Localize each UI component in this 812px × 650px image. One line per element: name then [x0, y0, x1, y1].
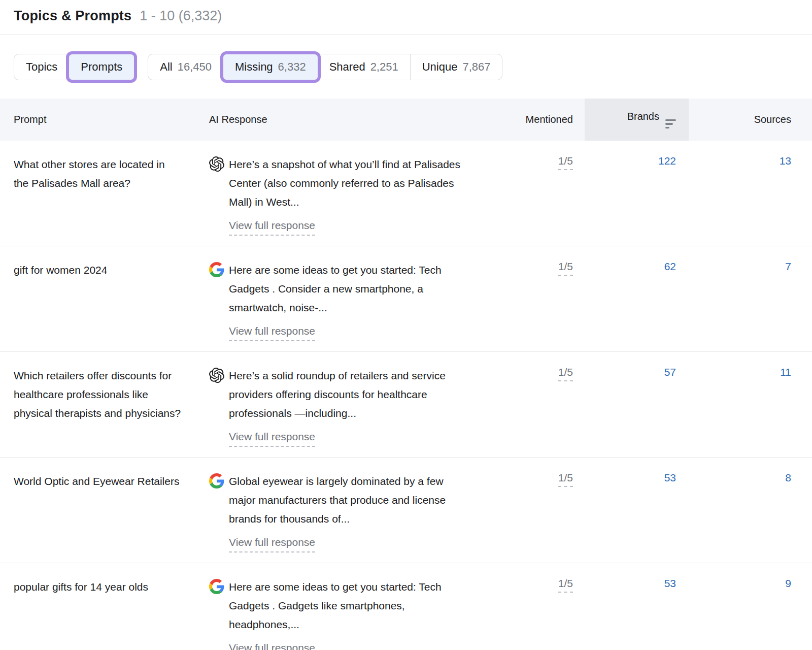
ai-response-text: Here are some ideas to get you started: … — [229, 577, 471, 634]
prompts-table: Prompt AI Response Mentioned Brands Sour… — [0, 99, 812, 650]
table-row: World Optic and Eyewear Retailers Global… — [0, 458, 812, 563]
view-full-response-link[interactable]: View full response — [229, 218, 315, 236]
table-row: popular gifts for 14 year olds Here are … — [0, 563, 812, 650]
filter-bar: Topics Prompts All 16,450 Missing 6,332 … — [0, 35, 812, 99]
prompt-text: World Optic and Eyewear Retailers — [14, 472, 182, 491]
prompt-text: gift for women 2024 — [14, 261, 182, 279]
filter-shared-count: 2,251 — [370, 60, 398, 74]
column-header-prompt: Prompt — [0, 99, 209, 141]
sources-count-link[interactable]: 8 — [785, 472, 791, 483]
ai-response-text: Here are some ideas to get you started: … — [229, 261, 471, 317]
prompt-text: popular gifts for 14 year olds — [14, 577, 182, 596]
filter-unique-count: 7,867 — [462, 60, 490, 74]
view-full-response-link[interactable]: View full response — [229, 535, 315, 552]
sources-count-link[interactable]: 9 — [785, 577, 791, 589]
result-range: 1 - 10 (6,332) — [140, 8, 222, 24]
toggle-topics[interactable]: Topics — [14, 54, 69, 80]
view-full-response-link[interactable]: View full response — [229, 640, 315, 650]
mentioned-value[interactable]: 1/5 — [558, 261, 573, 276]
brands-count-link[interactable]: 122 — [658, 155, 676, 167]
google-icon — [209, 473, 224, 489]
toggle-topics-label: Topics — [26, 60, 57, 74]
google-icon — [209, 579, 224, 594]
filter-missing[interactable]: Missing 6,332 — [223, 54, 318, 80]
filter-unique[interactable]: Unique 7,867 — [410, 54, 502, 80]
mentioned-value[interactable]: 1/5 — [558, 577, 573, 593]
toggle-prompts[interactable]: Prompts — [69, 54, 134, 80]
sort-descending-icon — [665, 119, 676, 129]
filter-missing-label: Missing — [235, 60, 273, 74]
column-header-sources: Sources — [689, 99, 812, 141]
filter-missing-count: 6,332 — [278, 60, 306, 74]
brands-count-link[interactable]: 62 — [664, 261, 676, 272]
brands-count-link[interactable]: 53 — [664, 577, 676, 589]
filter-shared-label: Shared — [329, 60, 365, 74]
column-header-brands-label: Brands — [627, 111, 659, 122]
sources-count-link[interactable]: 13 — [780, 155, 791, 167]
page-header: Topics & Prompts 1 - 10 (6,332) — [0, 0, 812, 35]
mention-filter-group: All 16,450 Missing 6,332 Shared 2,251 Un… — [148, 54, 502, 80]
filter-all[interactable]: All 16,450 — [148, 54, 223, 80]
filter-shared[interactable]: Shared 2,251 — [318, 54, 410, 80]
table-header: Prompt AI Response Mentioned Brands Sour… — [0, 99, 812, 141]
sources-count-link[interactable]: 11 — [780, 366, 791, 378]
google-icon — [209, 262, 224, 277]
table-row: gift for women 2024 Here are some ideas … — [0, 246, 812, 352]
view-full-response-link[interactable]: View full response — [229, 323, 315, 341]
column-header-brands[interactable]: Brands — [585, 99, 689, 141]
sources-count-link[interactable]: 7 — [785, 261, 791, 272]
prompt-text: What other stores are located in the Pal… — [14, 155, 182, 192]
ai-response-text: Here’s a snapshot of what you’ll find at… — [229, 155, 471, 211]
prompt-text: Which retailers offer discounts for heal… — [14, 366, 182, 422]
filter-all-label: All — [160, 60, 172, 74]
filter-unique-label: Unique — [422, 60, 458, 74]
ai-response-text: Global eyewear is largely dominated by a… — [229, 472, 471, 528]
table-row: Which retailers offer discounts for heal… — [0, 352, 812, 458]
view-toggle-group: Topics Prompts — [14, 54, 134, 80]
brands-count-link[interactable]: 57 — [664, 366, 676, 378]
openai-icon — [209, 368, 224, 383]
toggle-prompts-label: Prompts — [81, 60, 122, 74]
ai-response-text: Here’s a solid roundup of retailers and … — [229, 366, 471, 422]
mentioned-value[interactable]: 1/5 — [558, 472, 573, 487]
mentioned-value[interactable]: 1/5 — [558, 366, 573, 381]
brands-count-link[interactable]: 53 — [664, 472, 676, 483]
view-full-response-link[interactable]: View full response — [229, 429, 315, 447]
filter-all-count: 16,450 — [178, 60, 212, 74]
column-header-mentioned: Mentioned — [510, 99, 585, 141]
openai-icon — [209, 156, 224, 172]
column-header-ai-response: AI Response — [209, 99, 510, 141]
page-title: Topics & Prompts — [14, 8, 131, 24]
table-row: What other stores are located in the Pal… — [0, 141, 812, 246]
mentioned-value[interactable]: 1/5 — [558, 155, 573, 170]
